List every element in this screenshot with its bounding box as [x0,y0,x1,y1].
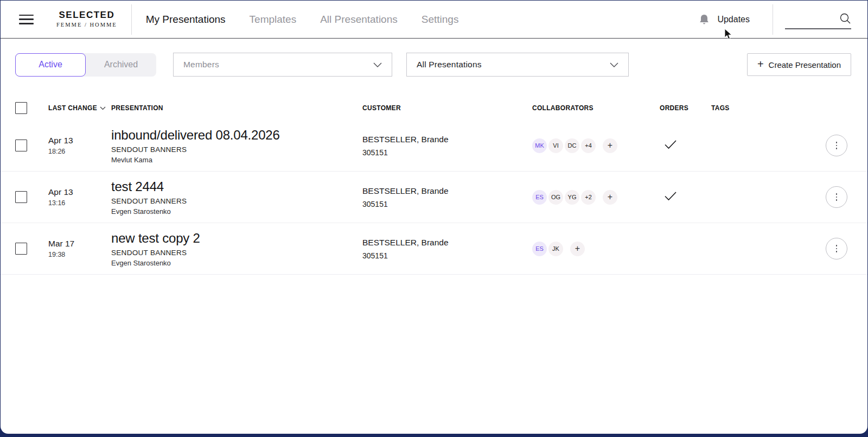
column-header-presentation: PRESENTATION [111,104,362,112]
collaborator-avatar[interactable]: DC [565,138,579,153]
plus-icon: + [757,58,764,71]
create-presentation-label: Create Presentation [769,60,841,69]
collaborator-avatar[interactable]: MK [532,138,547,153]
presentation-cell[interactable]: inbound/delivered 08.04.2026 SENDOUT BAN… [111,128,362,164]
column-header-last-change[interactable]: LAST CHANGE [48,104,111,112]
collaborator-avatar[interactable]: JK [548,242,563,256]
presentation-title[interactable]: test 2444 [111,179,362,194]
presentation-title[interactable]: new test copy 2 [111,231,362,246]
column-header-orders: ORDERS [660,104,711,112]
topnav-divider [773,4,773,35]
create-presentation-button[interactable]: + Create Presentation [747,53,851,76]
presentations-filter-dropdown[interactable]: All Presentations [406,53,629,77]
sort-chevron-icon [100,106,106,110]
search-icon[interactable] [839,12,851,24]
filter-bar: Active Archived Members All Presentation… [1,39,867,77]
presentation-cell[interactable]: new test copy 2 SENDOUT BANNERS Evgen St… [111,231,362,267]
presentation-owner: Evgen Starostenko [111,259,362,267]
row-menu-button[interactable] [826,186,847,208]
add-collaborator-button[interactable]: + [603,190,617,205]
row-checkbox[interactable] [15,243,27,255]
customer-cell: BESTSELLER, Brande 305151 [362,238,532,260]
last-change-cell: Mar 17 19:38 [48,239,111,258]
order-check-icon [664,191,677,201]
status-segmented-control: Active Archived [15,53,156,77]
tab-active[interactable]: Active [15,53,86,77]
collaborator-avatar[interactable]: OG [548,190,563,205]
nav-divider [131,4,132,35]
presentations-table: LAST CHANGE PRESENTATION CUSTOMER COLLAB… [1,96,867,275]
hamburger-menu-icon[interactable] [19,15,34,24]
order-check-icon [664,140,677,149]
nav-item-templates[interactable]: Templates [250,14,297,26]
presentation-subtitle: SENDOUT BANNERS [111,145,362,154]
collaborator-overflow-badge[interactable]: +4 [581,138,596,153]
customer-cell: BESTSELLER, Brande 305151 [362,135,532,157]
column-header-customer: CUSTOMER [362,104,532,112]
collaborator-overflow-badge[interactable]: +2 [581,190,596,205]
collaborator-avatar[interactable]: ES [532,242,547,256]
row-menu-button[interactable] [826,238,847,259]
row-checkbox[interactable] [15,191,27,203]
column-header-collaborators: COLLABORATORS [532,104,660,112]
presentation-subtitle: SENDOUT BANNERS [111,197,362,205]
presentation-subtitle: SENDOUT BANNERS [111,249,362,257]
presentation-title[interactable]: inbound/delivered 08.04.2026 [111,128,362,143]
nav-item-settings[interactable]: Settings [422,14,459,26]
presentation-owner: Mevlut Kama [111,156,362,164]
members-dropdown-placeholder: Members [183,60,219,69]
search-input[interactable] [785,10,851,29]
table-row[interactable]: Apr 13 18:26 inbound/delivered 08.04.202… [1,120,867,172]
table-header-row: LAST CHANGE PRESENTATION CUSTOMER COLLAB… [1,96,867,120]
customer-cell: BESTSELLER, Brande 305151 [362,186,532,208]
chevron-down-icon [373,62,382,67]
collaborator-avatar[interactable]: VI [548,138,563,153]
add-collaborator-button[interactable]: + [603,138,617,153]
collaborator-avatar[interactable]: ES [532,190,547,205]
collaborators-cell: MK VI DC +4 + [532,138,660,153]
top-navbar: SELECTED FEMME / HOMME My Presentations … [1,1,867,39]
row-menu-button[interactable] [826,135,847,156]
updates-link[interactable]: Updates [717,15,750,24]
brand-logo[interactable]: SELECTED FEMME / HOMME [56,10,117,28]
logo-subtitle: FEMME / HOMME [56,22,117,28]
collaborators-cell: ES OG YG +2 + [532,190,660,205]
presentation-cell[interactable]: test 2444 SENDOUT BANNERS Evgen Staroste… [111,179,362,216]
table-row[interactable]: Mar 17 19:38 new test copy 2 SENDOUT BAN… [1,223,867,275]
table-row[interactable]: Apr 13 13:16 test 2444 SENDOUT BANNERS E… [1,172,867,223]
bell-icon[interactable] [699,14,710,26]
last-change-cell: Apr 13 13:16 [48,187,111,207]
collaborators-cell: ES JK + [532,242,660,256]
presentations-filter-value: All Presentations [417,60,482,69]
last-change-cell: Apr 13 18:26 [48,136,111,155]
add-collaborator-button[interactable]: + [570,242,585,256]
app-window: SELECTED FEMME / HOMME My Presentations … [1,1,867,434]
orders-cell [660,191,711,203]
presentation-owner: Evgen Starostenko [111,207,362,216]
members-dropdown[interactable]: Members [173,53,392,77]
nav-item-my-presentations[interactable]: My Presentations [146,14,226,26]
logo-title: SELECTED [56,10,117,21]
row-checkbox[interactable] [15,140,27,151]
column-header-tags: TAGS [711,104,814,112]
tab-archived[interactable]: Archived [86,53,156,77]
collaborator-avatar[interactable]: YG [565,190,579,205]
main-navigation: My Presentations Templates All Presentat… [146,14,459,26]
topnav-right: Updates [699,4,851,35]
chevron-down-icon [610,62,618,67]
orders-cell [660,140,711,151]
nav-item-all-presentations[interactable]: All Presentations [320,14,398,26]
select-all-checkbox[interactable] [15,102,27,114]
